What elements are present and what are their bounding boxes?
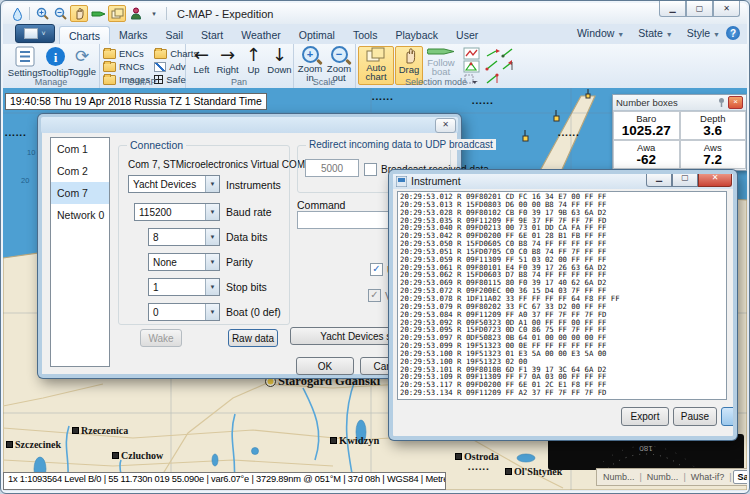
group-label-selection: Selection mode — [355, 77, 517, 87]
tab-user[interactable]: User — [447, 26, 487, 44]
broadcast-checkbox[interactable] — [364, 163, 377, 176]
menu-style[interactable]: Style▼ — [687, 27, 720, 39]
instrument-data-log[interactable]: 20:29:53.012 R 09F80201 CD FC 16 34 E7 0… — [397, 191, 727, 400]
validate-checkbox[interactable]: ✓ — [368, 289, 381, 302]
port-item-com7[interactable]: Com 7 — [51, 182, 109, 204]
right-menus: Window▼State▼Style▼ — [577, 27, 720, 39]
tab-weather[interactable]: Weather — [232, 26, 290, 44]
combo-baud-rate[interactable]: 115200▼ — [134, 203, 220, 221]
toggle-button[interactable]: ⟳ Toggle — [67, 46, 97, 76]
pan-label: Right — [216, 65, 238, 74]
separator — [29, 7, 30, 20]
dialog-close-icon[interactable]: ✕ — [435, 118, 456, 133]
tab-start[interactable]: Start — [192, 26, 232, 44]
chevron-down-icon[interactable]: ▼ — [205, 304, 219, 320]
ok-button[interactable]: OK — [296, 357, 354, 375]
numberbox-baro[interactable]: Baro1025.27 — [613, 111, 680, 140]
drag-hand-icon[interactable] — [70, 5, 88, 22]
port-item-com2[interactable]: Com 2 — [51, 160, 109, 182]
close-button[interactable]: ✕ — [713, 1, 740, 17]
ribbon: Settings i Tooltip ⟳ Toggle Manage ENCsR… — [3, 44, 747, 89]
tooltip-button[interactable]: i Tooltip — [41, 46, 69, 77]
chevron-down-icon[interactable]: ▼ — [205, 254, 219, 270]
chart-code-mark: ▪▪▪▪▪▪ — [372, 96, 394, 102]
udp-group-label: Redirect incoming data to UDP broadcast — [306, 139, 496, 150]
instrument-titlebar[interactable]: Instrument ▁ ▢ ✕ — [392, 173, 734, 189]
chevron-down-icon[interactable]: ▼ — [205, 279, 219, 295]
number-boxes-header[interactable]: Number boxes × — [613, 95, 746, 111]
chart-code-mark: ▪▪▪▪▪▪ — [468, 466, 490, 472]
use-gps-checkbox[interactable]: ✓ — [370, 263, 383, 276]
instruments-label: Instruments — [226, 179, 281, 191]
chevron-down-icon[interactable]: ▼ — [205, 204, 219, 220]
expedition-drop-icon[interactable] — [9, 6, 25, 21]
export-button[interactable]: Export — [621, 407, 669, 426]
tab-sail[interactable]: Sail — [157, 26, 193, 44]
group-pan: ←Left→Right↑Up↓Down Pan — [185, 44, 294, 88]
bottom-tab-2[interactable]: What-if? — [687, 471, 729, 483]
cmap-item-rncs[interactable]: RNCs — [103, 60, 150, 73]
combo-stop-bits[interactable]: 1▼ — [148, 278, 220, 296]
instruments-combo[interactable]: Yacht Devices ▼ — [128, 175, 220, 193]
pause-button[interactable]: Pause — [673, 407, 717, 426]
help-icon[interactable]: ? — [726, 26, 740, 40]
bottom-tab-3[interactable]: Sail gr... — [733, 470, 747, 484]
pan-left-button[interactable]: ←Left — [189, 46, 214, 74]
settings-button[interactable]: Settings — [9, 46, 41, 77]
minimize-button[interactable]: ▁ — [659, 1, 686, 17]
chart-code-mark: ▪▪▪▪▪▪ — [558, 132, 580, 138]
chevron-down-icon: ▼ — [713, 31, 720, 38]
boat-icon[interactable] — [90, 6, 106, 21]
city-marker-icon — [505, 468, 512, 475]
number-boxes-close-icon[interactable]: × — [728, 96, 743, 109]
qat-dropdown-icon[interactable]: ▾ — [146, 6, 162, 21]
city-marker-icon — [455, 453, 462, 460]
maximize-button[interactable]: ▢ — [686, 1, 713, 17]
numberbox-depth[interactable]: Depth3.6 — [680, 111, 747, 140]
follow-boat-button[interactable]: Follow boat — [423, 46, 459, 76]
pan-up-button[interactable]: ↑Up — [241, 46, 266, 74]
tab-marks[interactable]: Marks — [110, 26, 157, 44]
pan-down-button[interactable]: ↓Down — [267, 46, 292, 74]
number-boxes-grid: Baro1025.27Depth3.6Awa-62Aws7.2 — [613, 111, 746, 169]
instrument-maximize-button[interactable]: ▢ — [672, 172, 698, 187]
numberbox-awa[interactable]: Awa-62 — [613, 140, 680, 169]
numberbox-aws[interactable]: Aws7.2 — [680, 140, 747, 169]
tab-optimal[interactable]: Optimal — [290, 26, 344, 44]
port-item-network0[interactable]: Network 0 — [51, 204, 109, 226]
zoom-out-icon[interactable] — [52, 6, 68, 21]
pan-right-button[interactable]: →Right — [215, 46, 240, 74]
zoom-in-icon[interactable] — [34, 6, 50, 21]
combo-data-bits[interactable]: 8▼ — [148, 228, 220, 246]
connection-dialog-titlebar[interactable]: ✕ — [41, 117, 458, 133]
folder-icon — [103, 62, 116, 72]
person-icon[interactable] — [128, 6, 144, 21]
application-button[interactable]: ˅ — [15, 24, 55, 43]
menu-window[interactable]: Window▼ — [577, 27, 624, 39]
udp-port-field[interactable]: 5000 — [305, 159, 359, 177]
city-name: Rzeczenica — [81, 425, 128, 436]
port-item-com1[interactable]: Com 1 — [51, 138, 109, 160]
connection-group-label: Connection — [127, 139, 186, 151]
tab-playback[interactable]: Playback — [386, 26, 447, 44]
cmap-item-encs[interactable]: ENCs — [103, 47, 150, 60]
follow-boat-icon — [427, 46, 455, 57]
tab-separator: | — [683, 472, 685, 482]
bottom-tab-1[interactable]: Numb... — [643, 471, 683, 483]
clipped-button[interactable] — [721, 407, 737, 426]
combo-parity[interactable]: None▼ — [148, 253, 220, 271]
tab-charts[interactable]: Charts — [59, 26, 110, 44]
raw-data-button[interactable]: Raw data — [228, 329, 278, 347]
wake-button[interactable]: Wake — [140, 329, 182, 347]
bottom-tab-0[interactable]: Numb... — [599, 471, 639, 483]
windows-icon[interactable] — [108, 5, 126, 22]
instrument-close-button[interactable]: ✕ — [698, 172, 732, 187]
menu-state[interactable]: State▼ — [638, 27, 672, 39]
chevron-down-icon[interactable]: ▼ — [205, 176, 219, 192]
tab-tools[interactable]: Tools — [344, 26, 387, 44]
instrument-minimize-button[interactable]: ▁ — [646, 172, 672, 187]
instruments-combo-value: Yacht Devices — [129, 179, 205, 190]
combo-boat-0-def-[interactable]: 0▼ — [148, 303, 220, 321]
pin-icon[interactable] — [717, 97, 726, 108]
chevron-down-icon[interactable]: ▼ — [205, 229, 219, 245]
